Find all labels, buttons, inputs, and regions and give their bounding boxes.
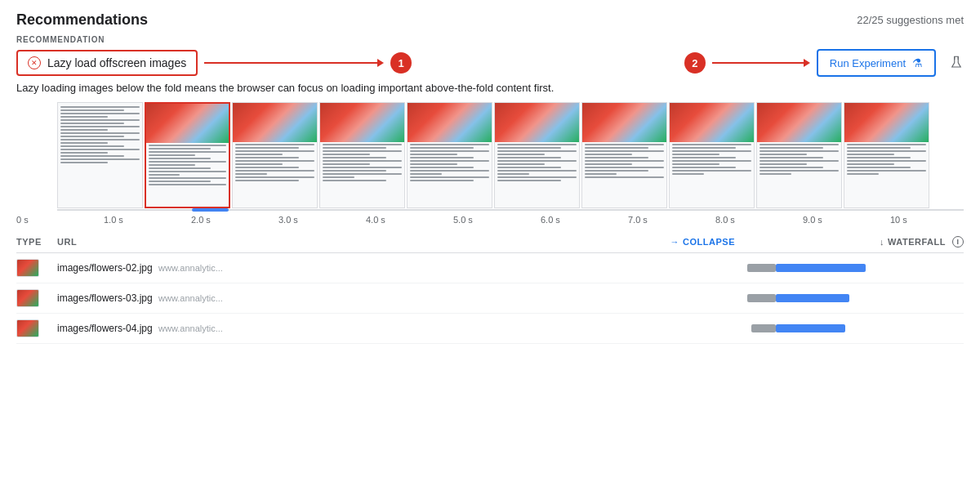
frame-thumb-7s <box>581 102 667 208</box>
description-row: Lazy loading images below the fold means… <box>16 77 964 102</box>
recommendation-section: RECOMMENDATION Lazy load offscreen image… <box>0 35 980 102</box>
flask-icon: ⚗ <box>912 56 923 69</box>
image-thumbnail-2 <box>16 289 39 307</box>
collapse-arrow: → <box>670 237 680 247</box>
arrowhead-2 <box>804 59 810 67</box>
scrubber-thumb[interactable] <box>192 208 229 212</box>
frame-thumb-8s <box>669 102 755 208</box>
tick-9s: 9.0 s <box>803 215 890 225</box>
frame-5s <box>407 102 492 208</box>
close-icon <box>28 56 41 69</box>
page-title: Recommendations <box>16 11 148 29</box>
scrubber-row <box>16 208 964 213</box>
frame-thumb-2s <box>145 102 230 208</box>
beaker-icon <box>949 55 964 72</box>
page-header: Recommendations 22/25 suggestions met <box>0 0 980 35</box>
collapse-label: COLLAPSE <box>683 237 735 247</box>
waterfall-load-2 <box>776 294 849 302</box>
url-domain-3: www.annalytic... <box>158 323 223 333</box>
waterfall-wait-2 <box>747 294 776 302</box>
frame-thumb-10s <box>844 102 929 208</box>
table-row[interactable]: images/flowers-03.jpg www.annalytic... <box>16 283 964 314</box>
row-icon-1 <box>16 259 57 277</box>
url-domain-2: www.annalytic... <box>158 293 223 303</box>
tick-3s: 3.0 s <box>278 215 366 225</box>
timeline-axis: 0 s 1.0 s 2.0 s 3.0 s 4.0 s 5.0 s 6.0 s … <box>16 215 964 225</box>
waterfall-info-icon[interactable]: i <box>952 236 964 248</box>
network-table: TYPE URL → COLLAPSE ↓ WATERFALL i images… <box>0 231 980 344</box>
frame-thumb-0s <box>57 102 143 208</box>
url-main-1: images/flowers-02.jpg <box>57 262 153 274</box>
table-header-row: TYPE URL → COLLAPSE ↓ WATERFALL i <box>16 231 964 253</box>
tick-6s: 6.0 s <box>541 215 628 225</box>
recommendation-annotation-row: Lazy load offscreen images 1 2 Run Exper… <box>16 49 964 77</box>
row-url-2: images/flowers-03.jpg www.annalytic... <box>57 292 735 304</box>
tick-1s: 1.0 s <box>104 215 191 225</box>
arrow-line-1 <box>204 62 377 64</box>
frame-2s <box>145 102 230 208</box>
recommendation-label: RECOMMENDATION <box>16 35 964 44</box>
frame-thumb-4s <box>319 102 405 208</box>
url-main-3: images/flowers-04.jpg <box>57 323 153 334</box>
run-experiment-label: Run Experiment <box>830 57 906 69</box>
row-icon-3 <box>16 319 57 337</box>
tick-8s: 8.0 s <box>715 215 803 225</box>
description-text: Lazy loading images below the fold means… <box>16 82 554 94</box>
col-header-type: TYPE <box>16 237 57 247</box>
frame-10s <box>844 102 929 208</box>
tick-0s: 0 s <box>16 215 104 225</box>
scrubber-track[interactable] <box>57 208 964 213</box>
arrow-line-2 <box>712 62 804 64</box>
tick-5s: 5.0 s <box>453 215 541 225</box>
frame-thumb-5s <box>407 102 492 208</box>
arrowhead-1 <box>377 59 384 67</box>
frame-4s <box>319 102 405 208</box>
table-row[interactable]: images/flowers-04.jpg www.annalytic... <box>16 314 964 344</box>
frame-thumb-9s <box>756 102 842 208</box>
waterfall-arrow: ↓ <box>880 237 884 247</box>
waterfall-load-1 <box>776 264 866 272</box>
tick-10s: 10 s <box>890 215 978 225</box>
waterfall-bar-row-1 <box>735 261 964 274</box>
waterfall-bar-row-3 <box>735 322 964 335</box>
tick-7s: 7.0 s <box>628 215 715 225</box>
waterfall-bar-row-2 <box>735 292 964 305</box>
frame-thumb-3s <box>232 102 318 208</box>
col-header-url: URL <box>57 237 670 247</box>
run-experiment-button[interactable]: Run Experiment ⚗ <box>817 49 936 77</box>
arrow-to-button <box>712 59 810 67</box>
frame-0s <box>57 102 143 208</box>
url-domain-1: www.annalytic... <box>158 263 223 273</box>
tick-2s: 2.0 s <box>191 215 278 225</box>
waterfall-label: WATERFALL <box>888 237 946 247</box>
arrow-to-circle1 <box>204 59 384 67</box>
annotation-circle-1: 1 <box>390 52 412 74</box>
row-icon-2 <box>16 289 57 307</box>
recommendation-item-text: Lazy load offscreen images <box>47 56 186 69</box>
col-header-waterfall: ↓ WATERFALL i <box>735 236 964 248</box>
suggestions-met-count: 22/25 suggestions met <box>857 14 964 26</box>
waterfall-wait-1 <box>747 264 776 272</box>
filmstrip-frames <box>57 102 929 208</box>
row-url-1: images/flowers-02.jpg www.annalytic... <box>57 262 735 274</box>
filmstrip-section: 0 s 1.0 s 2.0 s 3.0 s 4.0 s 5.0 s 6.0 s … <box>0 102 980 225</box>
frame-3s <box>232 102 318 208</box>
row-url-3: images/flowers-04.jpg www.annalytic... <box>57 323 735 334</box>
image-thumbnail-3 <box>16 319 39 337</box>
table-row[interactable]: images/flowers-02.jpg www.annalytic... <box>16 253 964 283</box>
frame-9s <box>756 102 842 208</box>
frame-thumb-6s <box>494 102 580 208</box>
frame-8s <box>669 102 755 208</box>
annotation-circle-2: 2 <box>684 52 706 74</box>
tick-4s: 4.0 s <box>366 215 453 225</box>
waterfall-wait-3 <box>751 324 776 332</box>
frame-7s <box>581 102 667 208</box>
image-thumbnail-1 <box>16 259 39 277</box>
waterfall-load-3 <box>776 324 845 332</box>
frame-6s <box>494 102 580 208</box>
url-main-2: images/flowers-03.jpg <box>57 292 153 304</box>
collapse-button[interactable]: → COLLAPSE <box>670 237 735 247</box>
timeline-ticks: 0 s 1.0 s 2.0 s 3.0 s 4.0 s 5.0 s 6.0 s … <box>16 215 978 225</box>
recommendation-item[interactable]: Lazy load offscreen images <box>16 50 198 76</box>
